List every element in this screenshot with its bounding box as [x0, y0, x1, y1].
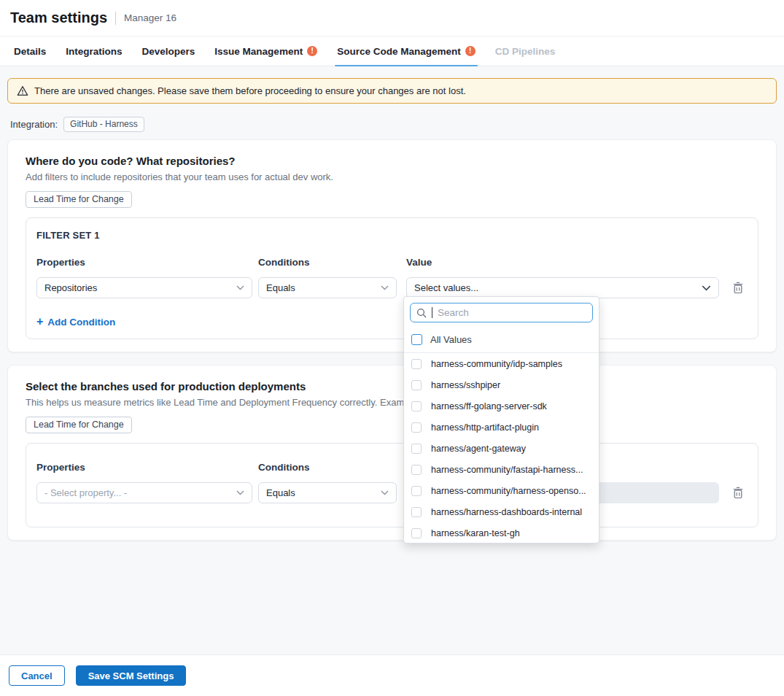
cancel-button[interactable]: Cancel [9, 665, 65, 686]
banner-text: There are unsaved changes. Please save t… [34, 85, 466, 96]
property-select[interactable]: - Select property... - [36, 482, 252, 503]
delete-filter-button[interactable] [732, 487, 744, 499]
unsaved-changes-banner: There are unsaved changes. Please save t… [7, 78, 777, 104]
lead-time-chip: Lead Time for Change [26, 417, 132, 433]
dropdown-option[interactable]: harness-community/idp-samples [404, 353, 599, 374]
condition-select[interactable]: Equals [258, 277, 397, 298]
filter-set-panel: FILTER SET 1 Properties Conditions Value… [26, 217, 758, 339]
dropdown-option[interactable]: harness/sshpiper [404, 374, 599, 395]
option-label: harness/http-artifact-plugin [431, 422, 539, 433]
dropdown-option[interactable]: harness-community/harness-openso... [404, 480, 599, 501]
save-scm-settings-button[interactable]: Save SCM Settings [76, 665, 187, 686]
chevron-down-icon [381, 490, 389, 495]
dropdown-search-box[interactable] [410, 303, 593, 322]
chevron-down-icon [381, 285, 389, 290]
option-label: harness/sshpiper [431, 380, 500, 390]
column-headers: Properties Conditions Value [36, 257, 748, 268]
checkbox[interactable] [411, 444, 422, 454]
tab-cd-pipelines: CD Pipelines [495, 36, 556, 66]
properties-header: Properties [36, 462, 252, 473]
action-footer: Cancel Save SCM Settings [0, 654, 784, 696]
integration-chip: GitHub - Harness [63, 117, 144, 132]
checkbox[interactable] [411, 401, 422, 411]
filter-row: - Select property... - Equals [36, 482, 748, 503]
tab-source-code-management[interactable]: Source Code Management ! [337, 36, 476, 66]
repositories-card: Where do you code? What repositories? Ad… [7, 139, 777, 352]
condition-select-value: Equals [266, 282, 295, 293]
tab-developers[interactable]: Developers [142, 36, 195, 66]
page-content: There are unsaved changes. Please save t… [0, 66, 784, 541]
section-title: Where do you code? What repositories? [26, 155, 758, 167]
plus-icon: + [36, 316, 43, 328]
checkbox[interactable] [411, 422, 422, 433]
option-label: harness/karan-test-gh [431, 528, 520, 538]
conditions-header: Conditions [258, 257, 397, 268]
checkbox[interactable] [411, 465, 422, 475]
tab-integrations[interactable]: Integrations [66, 36, 122, 66]
dropdown-option[interactable]: harness/karan-test-gh [404, 522, 599, 544]
property-select-placeholder: - Select property... - [44, 487, 127, 498]
tab-issue-management[interactable]: Issue Management ! [214, 36, 317, 66]
checkbox[interactable] [411, 507, 422, 517]
chevron-down-icon [236, 490, 244, 495]
condition-select[interactable]: Equals [258, 482, 397, 503]
tab-label: Developers [142, 46, 195, 57]
checkbox[interactable] [411, 528, 422, 538]
chevron-down-icon [702, 285, 711, 291]
tab-label: CD Pipelines [495, 46, 556, 57]
value-header: Value [406, 257, 719, 268]
tab-label: Source Code Management [337, 46, 461, 57]
dropdown-option[interactable]: harness/http-artifact-plugin [404, 417, 599, 438]
option-label: harness-community/harness-openso... [431, 486, 586, 496]
properties-header: Properties [36, 257, 252, 268]
dropdown-option[interactable]: harness-community/fastapi-harness... [404, 459, 599, 480]
tab-label: Issue Management [214, 46, 303, 57]
branches-card: Select the branches used for production … [7, 365, 777, 541]
delete-filter-button[interactable] [732, 282, 744, 294]
trash-icon [732, 282, 744, 294]
condition-select-value: Equals [266, 487, 295, 498]
warning-triangle-icon [17, 85, 28, 96]
lead-time-chip: Lead Time for Change [26, 191, 132, 208]
chevron-down-icon [236, 285, 244, 290]
integration-label: Integration: [10, 119, 58, 130]
tab-bar: Details Integrations Developers Issue Ma… [0, 36, 784, 66]
title-divider [115, 12, 116, 25]
section-title: Select the branches used for production … [26, 380, 758, 393]
add-condition-label: Add Condition [47, 317, 115, 328]
column-headers: Properties Conditions Value [36, 462, 748, 473]
option-label: harness/harness-dashboards-internal [431, 507, 582, 517]
select-all-label: All Values [430, 334, 472, 345]
trash-icon [732, 487, 744, 499]
value-select-placeholder: Select values... [414, 282, 478, 293]
text-cursor [432, 307, 432, 318]
checkbox[interactable] [411, 380, 422, 390]
tab-details[interactable]: Details [14, 36, 46, 66]
checkbox[interactable] [411, 486, 422, 496]
checkbox[interactable] [411, 359, 422, 369]
page-subtitle: Manager 16 [124, 12, 176, 23]
property-select-value: Repositories [44, 282, 97, 293]
select-all-option[interactable]: All Values [404, 328, 599, 353]
dropdown-option[interactable]: harness/harness-dashboards-internal [404, 501, 599, 522]
page-title: Team settings [10, 9, 107, 26]
option-label: harness-community/idp-samples [431, 359, 562, 369]
filter-row: Repositories Equals Select values... [36, 277, 748, 298]
option-label: harness/agent-gateway [431, 444, 526, 454]
search-icon [416, 308, 427, 318]
dropdown-option[interactable]: harness/ff-golang-server-sdk [404, 395, 599, 417]
dropdown-option[interactable]: harness/agent-gateway [404, 438, 599, 459]
section-subtitle: Add filters to include repositories that… [26, 171, 758, 182]
filter-set-title: FILTER SET 1 [36, 230, 748, 241]
value-select[interactable]: Select values... [406, 277, 719, 298]
property-select[interactable]: Repositories [36, 277, 252, 298]
tab-label: Integrations [66, 46, 122, 57]
search-input[interactable] [438, 307, 586, 318]
add-condition-button[interactable]: + Add Condition [36, 316, 115, 328]
section-subtitle: This helps us measure metrics like Lead … [26, 397, 758, 408]
conditions-header: Conditions [258, 462, 397, 473]
value-select-dropdown: All Values harness-community/idp-samples… [403, 296, 599, 544]
warning-badge-icon: ! [307, 46, 317, 56]
checkbox-all-values[interactable] [411, 334, 422, 345]
warning-badge-icon: ! [465, 46, 476, 56]
